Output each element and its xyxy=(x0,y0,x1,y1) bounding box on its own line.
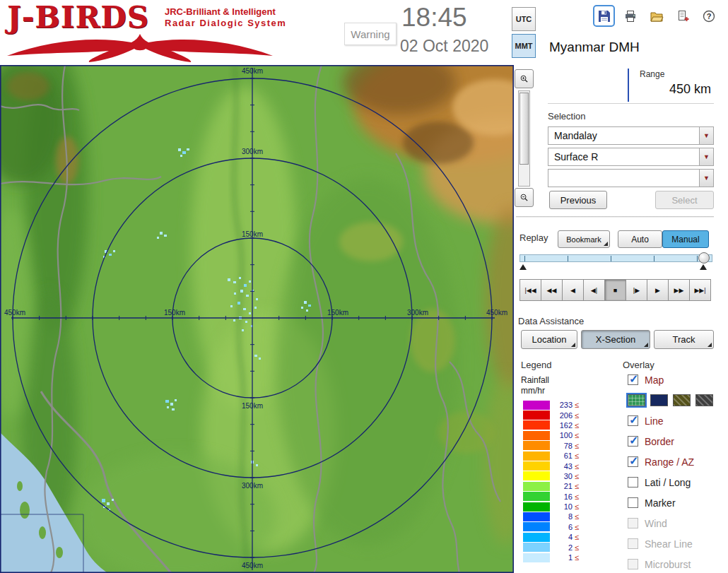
product-dropdown[interactable]: Surface R xyxy=(548,148,714,166)
overlay-item-line[interactable]: Line xyxy=(628,415,721,427)
legend-swatch xyxy=(523,553,550,562)
overlay-item-lati-long[interactable]: Lati / Long xyxy=(628,476,721,488)
timeline-start-marker[interactable] xyxy=(519,264,527,270)
overlay-item-microburst: Microburst xyxy=(628,558,721,570)
location-button[interactable]: Location xyxy=(521,330,577,349)
add-document-button[interactable] xyxy=(671,5,693,27)
zoom-scrollbar[interactable] xyxy=(518,90,530,187)
timeline-tick xyxy=(524,256,525,261)
overlay-item-shear-line: Shear Line xyxy=(628,538,721,550)
legend-value: 16 xyxy=(556,492,573,501)
zoom-in-button[interactable] xyxy=(515,69,534,88)
overlay-item-map[interactable]: Map xyxy=(628,374,721,386)
checkbox-checked[interactable] xyxy=(628,415,638,426)
auto-button[interactable]: Auto xyxy=(618,230,662,248)
zoom-out-button[interactable] xyxy=(515,188,534,207)
legend-swatch xyxy=(523,431,550,440)
map-style-olive-swatch[interactable] xyxy=(673,394,691,406)
play-button[interactable]: ▶ xyxy=(647,279,669,301)
checkbox-checked[interactable] xyxy=(628,374,638,385)
legend-row: 1≤ xyxy=(523,553,579,562)
timeline-tick xyxy=(611,256,611,261)
legend-operator: ≤ xyxy=(575,553,579,562)
previous-button[interactable]: Previous xyxy=(549,191,607,209)
station-title: Myanmar DMH xyxy=(549,40,640,55)
range-ring-label: 150km xyxy=(327,309,348,317)
checkbox-unchecked[interactable] xyxy=(628,497,638,508)
product-dropdown-arrow[interactable] xyxy=(699,148,713,165)
legend-row: 78≤ xyxy=(523,441,579,451)
fast-forward-button[interactable]: ▶▶ xyxy=(668,279,690,301)
legend-value: 43 xyxy=(556,462,573,471)
bookmark-button[interactable]: Bookmark xyxy=(558,230,610,248)
timeline-tick xyxy=(568,256,568,261)
map-style-navy-swatch[interactable] xyxy=(650,394,668,406)
timeline-tick xyxy=(697,256,698,261)
overlay-item-range-az[interactable]: Range / AZ xyxy=(628,456,721,468)
checkbox-checked[interactable] xyxy=(628,436,638,447)
site-dropdown-arrow[interactable] xyxy=(699,127,713,144)
range-label: Range xyxy=(640,69,664,79)
legend-value: 162 xyxy=(556,421,573,430)
open-folder-button[interactable] xyxy=(645,5,667,27)
legend-swatch xyxy=(523,420,550,430)
play-backward-button[interactable]: ◀ xyxy=(562,279,584,301)
step-back-button[interactable]: ◀| xyxy=(583,279,605,301)
legend-row: 206≤ xyxy=(523,410,579,420)
legend-value: 30 xyxy=(556,472,573,480)
range-value: 450 km xyxy=(669,82,711,97)
zoom-scrollbar-thumb[interactable] xyxy=(519,93,529,165)
skip-to-start-button[interactable]: |◀◀ xyxy=(519,279,541,301)
step-forward-button[interactable]: |▶ xyxy=(626,279,647,301)
header-bar: J-BIRDS JRC-Brilliant & Intelligent Rada… xyxy=(0,0,728,65)
range-ring-label: 450km xyxy=(486,309,507,317)
track-button[interactable]: Track xyxy=(654,330,714,349)
legend-swatch xyxy=(523,543,550,552)
legend-swatch xyxy=(523,502,550,512)
legend-row: 100≤ xyxy=(523,430,579,440)
range-ring-label: 300km xyxy=(242,148,263,155)
map-style-gray-swatch[interactable] xyxy=(695,394,713,406)
overlay-item-border[interactable]: Border xyxy=(628,435,721,447)
site-dropdown[interactable]: Mandalay xyxy=(548,126,714,145)
extra-dropdown-arrow[interactable] xyxy=(699,170,713,187)
stop-button[interactable]: ■ xyxy=(604,279,626,301)
eagle-logo-icon xyxy=(4,34,276,64)
replay-timeline-thumb[interactable] xyxy=(698,252,710,264)
clock-date: 02 Oct 2020 xyxy=(400,37,488,56)
manual-button[interactable]: Manual xyxy=(662,230,709,248)
legend-operator: ≤ xyxy=(575,451,579,460)
legend-swatch xyxy=(523,471,550,480)
radar-map[interactable]: 450km 300km 150km 150km 300km 450km 450k… xyxy=(0,65,514,573)
timeline-end-marker[interactable] xyxy=(700,264,707,270)
warning-indicator[interactable]: Warning xyxy=(344,23,397,45)
fast-rewind-button[interactable]: ◀◀ xyxy=(541,279,563,301)
overlay-item-marker[interactable]: Marker xyxy=(628,497,721,509)
legend-swatch xyxy=(523,482,550,491)
legend-row: 30≤ xyxy=(523,471,579,481)
overlay-item-label: Line xyxy=(645,415,663,427)
legend-operator: ≤ xyxy=(575,421,579,430)
playback-controls: |◀◀ ◀◀ ◀ ◀| ■ |▶ ▶ ▶▶ ▶▶| xyxy=(519,279,710,301)
rainfall-legend: 233≤ 206≤ 162≤ 100≤ 78≤ 61≤ 43≤ 30≤ 21≤ … xyxy=(523,400,579,562)
overlay-item-label: Lati / Long xyxy=(645,477,691,488)
save-icon xyxy=(597,9,611,23)
legend-value: 21 xyxy=(556,482,573,490)
checkbox-disabled xyxy=(628,538,638,549)
extra-dropdown[interactable] xyxy=(548,169,714,187)
overlay-item-label: Microburst xyxy=(645,559,691,570)
checkbox-unchecked[interactable] xyxy=(628,477,638,488)
checkbox-checked[interactable] xyxy=(628,456,638,467)
print-button[interactable] xyxy=(619,5,641,27)
map-style-green-swatch[interactable] xyxy=(628,394,645,406)
replay-timeline-track[interactable] xyxy=(519,254,712,262)
save-button[interactable] xyxy=(593,5,615,27)
skip-to-end-button[interactable]: ▶▶| xyxy=(689,279,711,301)
utc-toggle-button[interactable]: UTC xyxy=(512,7,536,31)
x-section-button[interactable]: X-Section xyxy=(581,330,650,349)
legend-operator: ≤ xyxy=(575,401,579,409)
print-icon xyxy=(623,9,638,23)
mmt-toggle-button[interactable]: MMT xyxy=(512,34,536,58)
help-button[interactable]: ? xyxy=(698,5,720,27)
range-ring-label: 450km xyxy=(4,309,25,317)
